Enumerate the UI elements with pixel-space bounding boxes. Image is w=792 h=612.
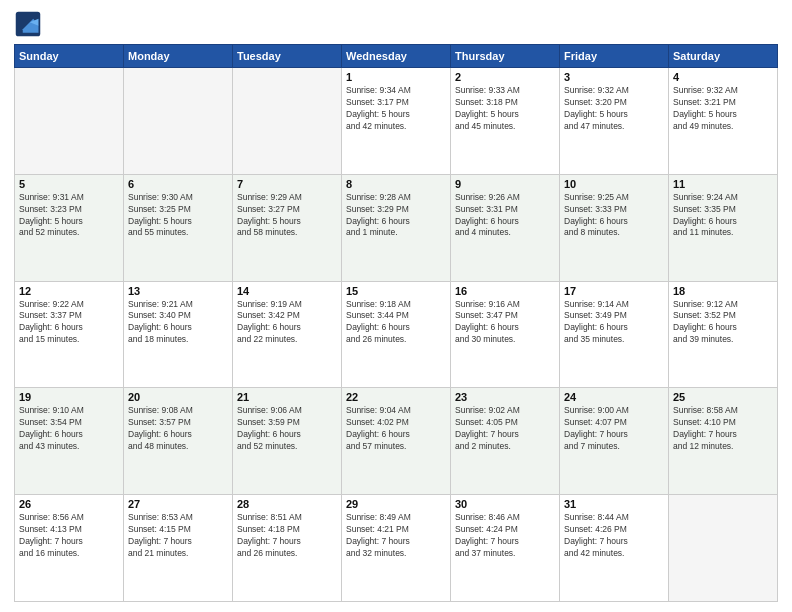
day-cell: 18Sunrise: 9:12 AM Sunset: 3:52 PM Dayli… <box>669 281 778 388</box>
day-info: Sunrise: 9:24 AM Sunset: 3:35 PM Dayligh… <box>673 192 773 240</box>
day-info: Sunrise: 9:18 AM Sunset: 3:44 PM Dayligh… <box>346 299 446 347</box>
day-cell: 30Sunrise: 8:46 AM Sunset: 4:24 PM Dayli… <box>451 495 560 602</box>
week-row-1: 1Sunrise: 9:34 AM Sunset: 3:17 PM Daylig… <box>15 68 778 175</box>
day-cell: 19Sunrise: 9:10 AM Sunset: 3:54 PM Dayli… <box>15 388 124 495</box>
day-info: Sunrise: 8:46 AM Sunset: 4:24 PM Dayligh… <box>455 512 555 560</box>
day-cell: 5Sunrise: 9:31 AM Sunset: 3:23 PM Daylig… <box>15 174 124 281</box>
day-number: 9 <box>455 178 555 190</box>
day-number: 3 <box>564 71 664 83</box>
day-info: Sunrise: 9:12 AM Sunset: 3:52 PM Dayligh… <box>673 299 773 347</box>
day-number: 25 <box>673 391 773 403</box>
day-cell: 22Sunrise: 9:04 AM Sunset: 4:02 PM Dayli… <box>342 388 451 495</box>
calendar-table: SundayMondayTuesdayWednesdayThursdayFrid… <box>14 44 778 602</box>
day-info: Sunrise: 8:44 AM Sunset: 4:26 PM Dayligh… <box>564 512 664 560</box>
day-number: 20 <box>128 391 228 403</box>
day-info: Sunrise: 9:28 AM Sunset: 3:29 PM Dayligh… <box>346 192 446 240</box>
day-number: 26 <box>19 498 119 510</box>
day-number: 14 <box>237 285 337 297</box>
day-info: Sunrise: 9:32 AM Sunset: 3:21 PM Dayligh… <box>673 85 773 133</box>
day-cell: 4Sunrise: 9:32 AM Sunset: 3:21 PM Daylig… <box>669 68 778 175</box>
header <box>14 10 778 38</box>
day-info: Sunrise: 9:19 AM Sunset: 3:42 PM Dayligh… <box>237 299 337 347</box>
day-info: Sunrise: 9:10 AM Sunset: 3:54 PM Dayligh… <box>19 405 119 453</box>
day-number: 2 <box>455 71 555 83</box>
weekday-tuesday: Tuesday <box>233 45 342 68</box>
day-cell: 11Sunrise: 9:24 AM Sunset: 3:35 PM Dayli… <box>669 174 778 281</box>
weekday-thursday: Thursday <box>451 45 560 68</box>
day-info: Sunrise: 8:58 AM Sunset: 4:10 PM Dayligh… <box>673 405 773 453</box>
day-cell <box>15 68 124 175</box>
day-cell: 16Sunrise: 9:16 AM Sunset: 3:47 PM Dayli… <box>451 281 560 388</box>
day-cell: 26Sunrise: 8:56 AM Sunset: 4:13 PM Dayli… <box>15 495 124 602</box>
page: SundayMondayTuesdayWednesdayThursdayFrid… <box>0 0 792 612</box>
day-info: Sunrise: 9:21 AM Sunset: 3:40 PM Dayligh… <box>128 299 228 347</box>
day-number: 15 <box>346 285 446 297</box>
day-info: Sunrise: 9:02 AM Sunset: 4:05 PM Dayligh… <box>455 405 555 453</box>
logo-icon <box>14 10 42 38</box>
day-number: 27 <box>128 498 228 510</box>
day-info: Sunrise: 9:25 AM Sunset: 3:33 PM Dayligh… <box>564 192 664 240</box>
day-cell <box>233 68 342 175</box>
day-info: Sunrise: 8:51 AM Sunset: 4:18 PM Dayligh… <box>237 512 337 560</box>
day-number: 24 <box>564 391 664 403</box>
day-cell: 9Sunrise: 9:26 AM Sunset: 3:31 PM Daylig… <box>451 174 560 281</box>
day-cell: 1Sunrise: 9:34 AM Sunset: 3:17 PM Daylig… <box>342 68 451 175</box>
day-cell: 17Sunrise: 9:14 AM Sunset: 3:49 PM Dayli… <box>560 281 669 388</box>
day-cell: 6Sunrise: 9:30 AM Sunset: 3:25 PM Daylig… <box>124 174 233 281</box>
day-cell: 20Sunrise: 9:08 AM Sunset: 3:57 PM Dayli… <box>124 388 233 495</box>
day-info: Sunrise: 9:34 AM Sunset: 3:17 PM Dayligh… <box>346 85 446 133</box>
day-info: Sunrise: 8:49 AM Sunset: 4:21 PM Dayligh… <box>346 512 446 560</box>
week-row-2: 5Sunrise: 9:31 AM Sunset: 3:23 PM Daylig… <box>15 174 778 281</box>
day-info: Sunrise: 9:06 AM Sunset: 3:59 PM Dayligh… <box>237 405 337 453</box>
day-cell: 27Sunrise: 8:53 AM Sunset: 4:15 PM Dayli… <box>124 495 233 602</box>
day-cell: 14Sunrise: 9:19 AM Sunset: 3:42 PM Dayli… <box>233 281 342 388</box>
week-row-4: 19Sunrise: 9:10 AM Sunset: 3:54 PM Dayli… <box>15 388 778 495</box>
day-number: 13 <box>128 285 228 297</box>
day-cell <box>124 68 233 175</box>
day-number: 17 <box>564 285 664 297</box>
day-number: 5 <box>19 178 119 190</box>
day-info: Sunrise: 9:04 AM Sunset: 4:02 PM Dayligh… <box>346 405 446 453</box>
day-cell: 2Sunrise: 9:33 AM Sunset: 3:18 PM Daylig… <box>451 68 560 175</box>
day-cell: 21Sunrise: 9:06 AM Sunset: 3:59 PM Dayli… <box>233 388 342 495</box>
day-number: 1 <box>346 71 446 83</box>
day-number: 21 <box>237 391 337 403</box>
day-info: Sunrise: 9:32 AM Sunset: 3:20 PM Dayligh… <box>564 85 664 133</box>
day-cell: 10Sunrise: 9:25 AM Sunset: 3:33 PM Dayli… <box>560 174 669 281</box>
day-number: 16 <box>455 285 555 297</box>
day-info: Sunrise: 9:29 AM Sunset: 3:27 PM Dayligh… <box>237 192 337 240</box>
week-row-3: 12Sunrise: 9:22 AM Sunset: 3:37 PM Dayli… <box>15 281 778 388</box>
day-cell: 31Sunrise: 8:44 AM Sunset: 4:26 PM Dayli… <box>560 495 669 602</box>
day-cell: 12Sunrise: 9:22 AM Sunset: 3:37 PM Dayli… <box>15 281 124 388</box>
day-number: 22 <box>346 391 446 403</box>
day-number: 31 <box>564 498 664 510</box>
day-cell: 28Sunrise: 8:51 AM Sunset: 4:18 PM Dayli… <box>233 495 342 602</box>
day-info: Sunrise: 9:08 AM Sunset: 3:57 PM Dayligh… <box>128 405 228 453</box>
logo <box>14 10 46 38</box>
day-info: Sunrise: 8:56 AM Sunset: 4:13 PM Dayligh… <box>19 512 119 560</box>
day-number: 23 <box>455 391 555 403</box>
day-number: 7 <box>237 178 337 190</box>
weekday-header-row: SundayMondayTuesdayWednesdayThursdayFrid… <box>15 45 778 68</box>
day-cell: 7Sunrise: 9:29 AM Sunset: 3:27 PM Daylig… <box>233 174 342 281</box>
day-number: 11 <box>673 178 773 190</box>
day-number: 10 <box>564 178 664 190</box>
day-info: Sunrise: 9:16 AM Sunset: 3:47 PM Dayligh… <box>455 299 555 347</box>
day-number: 4 <box>673 71 773 83</box>
day-info: Sunrise: 9:00 AM Sunset: 4:07 PM Dayligh… <box>564 405 664 453</box>
day-number: 6 <box>128 178 228 190</box>
day-info: Sunrise: 9:30 AM Sunset: 3:25 PM Dayligh… <box>128 192 228 240</box>
day-cell: 23Sunrise: 9:02 AM Sunset: 4:05 PM Dayli… <box>451 388 560 495</box>
day-cell: 15Sunrise: 9:18 AM Sunset: 3:44 PM Dayli… <box>342 281 451 388</box>
day-cell <box>669 495 778 602</box>
day-cell: 13Sunrise: 9:21 AM Sunset: 3:40 PM Dayli… <box>124 281 233 388</box>
day-cell: 24Sunrise: 9:00 AM Sunset: 4:07 PM Dayli… <box>560 388 669 495</box>
day-number: 8 <box>346 178 446 190</box>
day-cell: 25Sunrise: 8:58 AM Sunset: 4:10 PM Dayli… <box>669 388 778 495</box>
day-info: Sunrise: 8:53 AM Sunset: 4:15 PM Dayligh… <box>128 512 228 560</box>
day-info: Sunrise: 9:22 AM Sunset: 3:37 PM Dayligh… <box>19 299 119 347</box>
weekday-saturday: Saturday <box>669 45 778 68</box>
day-number: 12 <box>19 285 119 297</box>
day-cell: 29Sunrise: 8:49 AM Sunset: 4:21 PM Dayli… <box>342 495 451 602</box>
day-number: 19 <box>19 391 119 403</box>
